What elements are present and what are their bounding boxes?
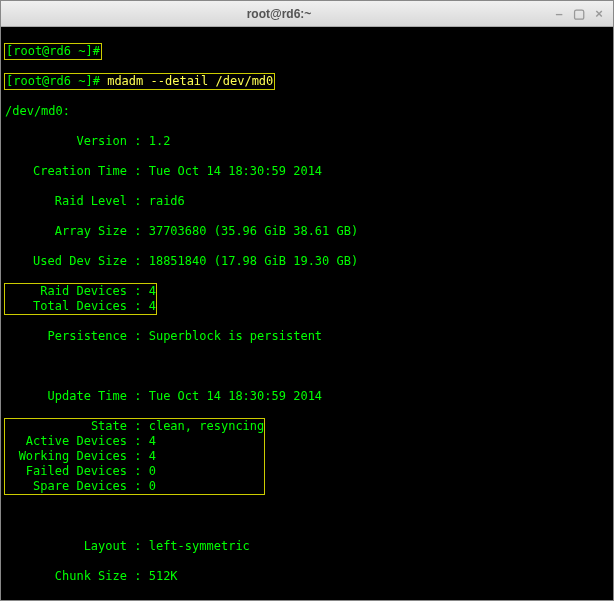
- label-raiddev: Raid Devices: [5, 284, 127, 299]
- maximize-button[interactable]: ▢: [571, 6, 587, 22]
- value-utime: Tue Oct 14 18:30:59 2014: [149, 389, 322, 403]
- close-button[interactable]: ×: [591, 6, 607, 22]
- value-state: clean, resyncing: [149, 419, 265, 433]
- window-title: root@rd6:~: [7, 7, 551, 21]
- value-version: 1.2: [149, 134, 171, 148]
- label-utime: Update Time: [5, 389, 127, 404]
- label-totdev: Total Devices: [5, 299, 127, 314]
- label-persist: Persistence: [5, 329, 127, 344]
- label-active: Active Devices: [5, 434, 127, 449]
- window-controls: – ▢ ×: [551, 6, 607, 22]
- prompt: [root@rd6 ~]#: [6, 44, 100, 58]
- value-asize: 37703680 (35.96 GiB 38.61 GB): [149, 224, 359, 238]
- label-state: State: [5, 419, 127, 434]
- value-persist: Superblock is persistent: [149, 329, 322, 343]
- value-spare: 0: [149, 479, 156, 493]
- value-chunk: 512K: [149, 569, 178, 583]
- label-asize: Array Size: [5, 224, 127, 239]
- label-failed: Failed Devices: [5, 464, 127, 479]
- label-working: Working Devices: [5, 449, 127, 464]
- prompt: [root@rd6 ~]#: [6, 74, 100, 88]
- value-working: 4: [149, 449, 156, 463]
- value-totdev: 4: [149, 299, 156, 313]
- terminal-window: root@rd6:~ – ▢ × [root@rd6 ~]# [root@rd6…: [0, 0, 614, 601]
- value-raiddev: 4: [149, 284, 156, 298]
- label-spare: Spare Devices: [5, 479, 127, 494]
- value-ctime: Tue Oct 14 18:30:59 2014: [149, 164, 322, 178]
- value-failed: 0: [149, 464, 156, 478]
- device-path: /dev/md0:: [5, 104, 609, 119]
- terminal-area[interactable]: [root@rd6 ~]# [root@rd6 ~]# mdadm --deta…: [1, 27, 613, 600]
- minimize-button[interactable]: –: [551, 6, 567, 22]
- value-udsize: 18851840 (17.98 GiB 19.30 GB): [149, 254, 359, 268]
- value-rlevel: raid6: [149, 194, 185, 208]
- value-active: 4: [149, 434, 156, 448]
- label-ctime: Creation Time: [5, 164, 127, 179]
- command: mdadm --detail /dev/md0: [107, 74, 273, 88]
- value-layout: left-symmetric: [149, 539, 250, 553]
- label-udsize: Used Dev Size: [5, 254, 127, 269]
- label-version: Version: [5, 134, 127, 149]
- label-layout: Layout: [5, 539, 127, 554]
- label-chunk: Chunk Size: [5, 569, 127, 584]
- label-rlevel: Raid Level: [5, 194, 127, 209]
- titlebar[interactable]: root@rd6:~ – ▢ ×: [1, 1, 613, 27]
